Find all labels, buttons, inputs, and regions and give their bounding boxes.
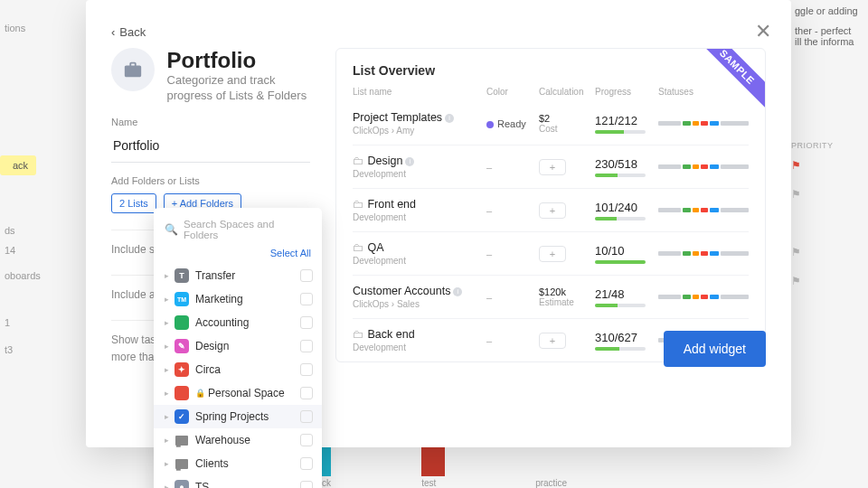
name-input[interactable] <box>111 133 310 163</box>
expand-icon[interactable]: ▸ <box>165 342 170 351</box>
dropdown-item[interactable]: ▸▮Clients <box>154 452 322 475</box>
dropdown-item[interactable]: ▸▮Warehouse <box>154 428 322 452</box>
dropdown-search[interactable]: 🔍 Search Spaces and Folders <box>154 215 322 248</box>
close-icon[interactable]: ✕ <box>755 20 771 43</box>
expand-icon[interactable]: ▸ <box>165 365 170 374</box>
expand-icon[interactable]: ▸ <box>165 318 170 327</box>
expand-icon[interactable]: ▸ <box>165 389 170 398</box>
preview-row: Project TemplatesiClickOps › AmyReady$2C… <box>353 102 749 145</box>
preview-title: List Overview <box>353 63 749 78</box>
expand-icon[interactable]: ▸ <box>165 459 170 468</box>
info-icon[interactable]: i <box>445 114 454 123</box>
dropdown-item[interactable]: ▸✦Circa <box>154 358 322 381</box>
checkbox[interactable] <box>300 387 313 399</box>
preview-row: 🗀 DesigniDevelopment–+230/518 <box>353 145 749 188</box>
checkbox[interactable] <box>300 340 313 352</box>
expand-icon[interactable]: ▸ <box>165 412 170 421</box>
dropdown-item[interactable]: ▸🔒Personal Space <box>154 381 322 405</box>
add-calc-button[interactable]: + <box>539 202 566 219</box>
lists-chip[interactable]: 2 Lists <box>111 193 156 213</box>
lock-icon: 🔒 <box>195 389 205 398</box>
checkbox[interactable] <box>300 410 313 423</box>
checkbox[interactable] <box>300 269 313 282</box>
dropdown-item[interactable]: ▸●TS <box>154 475 322 488</box>
modal-subtitle: Categorize and track progress of Lists &… <box>167 73 310 104</box>
preview-row: 🗀 Front endDevelopment–+101/240 <box>353 188 749 231</box>
expand-icon[interactable]: ▸ <box>165 295 170 304</box>
portfolio-icon <box>111 48 155 91</box>
background-right: ggle or adding ther - perfectill the inf… <box>791 0 868 287</box>
expand-icon[interactable]: ▸ <box>165 271 170 280</box>
add-calc-button[interactable]: + <box>539 333 566 349</box>
dropdown-item[interactable]: ▸✓Spring Projects <box>154 405 322 428</box>
preview-row: Customer AccountsiClickOps › Sales–$120k… <box>353 275 749 318</box>
preview-row: 🗀 QADevelopment–+10/10 <box>353 231 749 275</box>
back-button[interactable]: ‹Back <box>111 25 766 39</box>
preview-column: SAMPLE List Overview List name Color Cal… <box>335 48 766 367</box>
spaces-dropdown: 🔍 Search Spaces and Folders Select All ▸… <box>154 208 322 488</box>
add-widget-button[interactable]: Add widget <box>664 331 766 367</box>
checkbox[interactable] <box>300 316 313 329</box>
checkbox[interactable] <box>300 457 313 470</box>
preview-header: List name Color Calculation Progress Sta… <box>353 87 749 102</box>
add-calc-button[interactable]: + <box>539 246 566 262</box>
background-chart: check test practice <box>307 443 732 488</box>
checkbox[interactable] <box>300 481 313 488</box>
name-label: Name <box>111 117 310 127</box>
dropdown-item[interactable]: ▸✎Design <box>154 334 322 358</box>
dropdown-item[interactable]: ▸Accounting <box>154 311 322 334</box>
background-sidebar: tions ack ds 14 oboards 1 t3 <box>0 0 86 488</box>
preview-card: SAMPLE List Overview List name Color Cal… <box>335 48 766 362</box>
search-icon: 🔍 <box>165 223 178 236</box>
info-icon[interactable]: i <box>405 157 414 166</box>
select-all-link[interactable]: Select All <box>154 248 322 264</box>
checkbox[interactable] <box>300 363 313 376</box>
info-icon[interactable]: i <box>453 287 462 296</box>
dropdown-item[interactable]: ▸TTransfer <box>154 264 322 287</box>
chevron-left-icon: ‹ <box>111 25 115 39</box>
modal-title: Portfolio <box>167 48 310 73</box>
expand-icon[interactable]: ▸ <box>165 436 170 445</box>
checkbox[interactable] <box>300 434 313 446</box>
expand-icon[interactable]: ▸ <box>165 483 170 488</box>
checkbox[interactable] <box>300 293 313 305</box>
add-folders-label: Add Folders or Lists <box>111 175 310 186</box>
dropdown-item[interactable]: ▸TMMarketing <box>154 287 322 311</box>
add-calc-button[interactable]: + <box>539 159 566 175</box>
